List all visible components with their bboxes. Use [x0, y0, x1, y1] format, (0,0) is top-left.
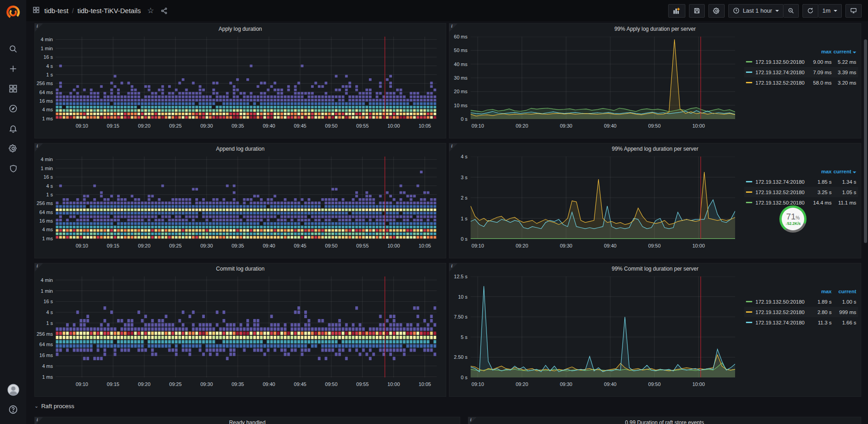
x-axis-label: 09:10 [472, 123, 484, 129]
legend-row: 172.19.132.74:201807.09 ms3.39 ms [744, 67, 858, 77]
row-toggle-raft-process[interactable]: ⌄ Raft process [34, 403, 74, 410]
time-range-picker[interactable]: Last 1 hour [728, 4, 783, 18]
graph-plot[interactable] [471, 37, 735, 119]
configuration-gear-icon[interactable] [0, 138, 26, 158]
panel-title[interactable]: Append log duration [35, 146, 446, 152]
legend-series-color[interactable] [746, 191, 752, 193]
legend-series-color[interactable] [746, 322, 752, 323]
x-axis-label: 10:05 [419, 381, 431, 387]
legend-series-color[interactable] [746, 311, 752, 313]
x-axis-label: 09:40 [263, 123, 275, 129]
legend-sort-max[interactable]: max [809, 169, 832, 174]
legend-series-color[interactable] [746, 301, 752, 302]
breadcrumb-folder[interactable]: tidb-test [44, 7, 68, 14]
panel-apply-log-duration: iApply log duration4 min1 min16 s4 s1 s2… [34, 23, 446, 138]
explore-compass-icon[interactable] [0, 99, 26, 119]
legend-sort-current[interactable]: current [831, 289, 856, 294]
zoom-out-button[interactable] [783, 4, 799, 18]
search-icon[interactable] [0, 39, 26, 59]
help-icon[interactable] [0, 400, 26, 419]
x-axis-label: 09:20 [516, 243, 528, 248]
x-axis-label: 09:10 [75, 243, 88, 248]
x-axis-label: 09:15 [107, 381, 119, 387]
breadcrumb-separator: / [72, 7, 74, 14]
x-axis-label: 10:00 [387, 243, 400, 248]
panel-title[interactable]: Apply log duration [35, 26, 446, 32]
legend-header: maxcurrent [744, 46, 858, 57]
y-axis-label: 0 s [449, 116, 467, 122]
x-axis-label: 09:30 [200, 123, 213, 129]
y-axis-label: 20 ms [449, 89, 467, 94]
add-panel-button[interactable] [668, 4, 685, 18]
y-axis-label: 1 s [35, 72, 53, 77]
legend-series-name[interactable]: 172.19.132.74:20180 [755, 179, 809, 185]
heatmap-plot[interactable] [56, 276, 437, 377]
section-title: Raft process [41, 403, 74, 410]
legend-series-name[interactable]: 172.19.132.50:20180 [755, 200, 809, 205]
breadcrumb-dashboard[interactable]: tidb-test-TiKV-Details [77, 7, 141, 14]
x-axis-label: 10:00 [693, 123, 705, 129]
legend-series-name[interactable]: 172.19.132.52:20180 [755, 310, 809, 315]
panel-ready-handled: iReady handled [34, 417, 460, 424]
legend-sort-current[interactable]: current [831, 169, 856, 174]
x-axis-label: 09:30 [560, 243, 572, 248]
legend-series-current: 1.34 s [831, 179, 856, 185]
save-dashboard-button[interactable] [689, 4, 705, 18]
download-progress-badge[interactable]: 71% ↓52.2K/s [779, 205, 807, 233]
panel-title[interactable]: 99% Apply log duration per server [449, 26, 861, 32]
legend-series-max: 58.0 ms [809, 80, 832, 86]
dashboard-settings-button[interactable] [708, 4, 725, 18]
x-axis-label: 09:10 [75, 381, 88, 387]
legend-sort-current[interactable]: current [831, 49, 856, 54]
legend-sort-max[interactable]: max [809, 49, 832, 54]
panel-title[interactable]: 99% Append log duration per server [449, 146, 861, 152]
legend-series-name[interactable]: 172.19.132.52:20180 [755, 80, 809, 86]
legend-row: 172.19.132.52:2018058.0 ms3.20 ms [744, 77, 858, 88]
user-avatar[interactable] [0, 380, 26, 400]
dashboards-icon[interactable] [0, 79, 26, 99]
panel-title[interactable]: 0.99 Duration of raft store events [468, 419, 861, 424]
x-axis-label: 09:40 [604, 381, 617, 387]
y-axis-label: 1 ms [35, 116, 53, 121]
admin-shield-icon[interactable] [0, 158, 26, 178]
legend-series-name[interactable]: 172.19.132.50:20180 [755, 299, 809, 305]
legend-series-color[interactable] [746, 82, 752, 83]
legend-series-color[interactable] [746, 202, 752, 203]
scrollbar[interactable] [864, 39, 867, 243]
refresh-interval-label: 1m [822, 7, 830, 14]
legend-header: maxcurrent [744, 166, 858, 176]
legend-series-name[interactable]: 172.19.132.74:20180 [755, 70, 809, 75]
legend-series-color[interactable] [746, 71, 752, 73]
panel-title[interactable]: Ready handled [35, 419, 460, 424]
y-axis-label: 256 ms [35, 331, 53, 337]
y-axis-label: 16 ms [35, 98, 53, 104]
x-axis-label: 09:30 [560, 123, 572, 129]
legend-series-color[interactable] [746, 61, 752, 62]
star-icon[interactable]: ☆ [147, 6, 154, 15]
panel-title[interactable]: Commit log duration [35, 266, 446, 272]
kiosk-mode-button[interactable] [845, 4, 862, 18]
refresh-interval-picker[interactable]: 1m [818, 4, 842, 18]
heatmap-plot[interactable] [56, 157, 437, 239]
panel-title[interactable]: 99% Commit log duration per server [449, 266, 861, 272]
graph-plot[interactable] [471, 276, 735, 377]
y-axis-label: 0 s [449, 236, 467, 242]
legend-series-current: 999 ms [831, 310, 856, 315]
y-axis-label: 1 min [35, 46, 53, 51]
legend-series-name[interactable]: 172.19.132.52:20180 [755, 190, 809, 195]
legend-series-name[interactable]: 172.19.132.74:20180 [755, 320, 809, 325]
x-axis-label: 09:10 [472, 243, 484, 248]
legend-row: 172.19.132.52:201802.80 s999 ms [744, 307, 858, 317]
heatmap-plot[interactable] [56, 37, 437, 119]
alerting-bell-icon[interactable] [0, 119, 26, 138]
refresh-button[interactable] [802, 4, 818, 18]
graph-plot[interactable] [471, 157, 735, 239]
x-axis-label: 10:00 [387, 123, 400, 129]
legend-sort-max[interactable]: max [809, 289, 832, 294]
grafana-logo[interactable] [5, 4, 22, 21]
legend-series-name[interactable]: 172.19.132.50:20180 [755, 59, 809, 65]
legend-series-color[interactable] [746, 181, 752, 182]
y-axis-label: 64 ms [35, 210, 53, 215]
share-icon[interactable] [160, 7, 168, 14]
add-icon[interactable] [0, 59, 26, 79]
